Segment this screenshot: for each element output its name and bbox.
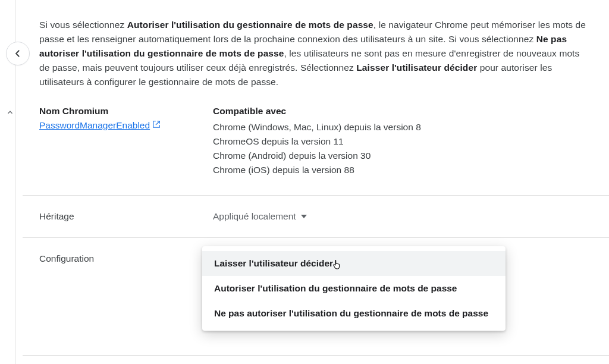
meta-row: Nom Chromium PasswordManagerEnabled Comp…: [23, 101, 609, 195]
inheritance-section: Héritage Appliqué localement: [23, 195, 609, 237]
chromium-name-label: Nom Chromium: [39, 106, 213, 117]
back-button[interactable]: [6, 42, 30, 65]
chevron-left-icon: [12, 48, 23, 59]
config-option-allow[interactable]: Autoriser l'utilisation du gestionnaire …: [202, 276, 506, 301]
inheritance-dropdown[interactable]: Appliqué localement: [213, 211, 307, 222]
compat-line: Chrome (iOS) depuis la version 88: [213, 163, 592, 177]
desc-text: Si vous sélectionnez: [39, 20, 127, 30]
chromium-name-link[interactable]: PasswordManagerEnabled: [39, 120, 161, 131]
configuration-label: Configuration: [39, 253, 213, 311]
config-option-label: Ne pas autoriser l'utilisation du gestio…: [214, 308, 488, 318]
config-option-label: Laisser l'utilisateur décider: [214, 258, 333, 268]
configuration-section: Configuration Laisser l'utilisateur déci…: [23, 237, 609, 327]
compat-line: ChromeOS depuis la version 11: [213, 134, 592, 149]
collapse-chevron-icon[interactable]: [5, 107, 15, 118]
caret-down-icon: [301, 215, 307, 218]
external-link-icon: [152, 120, 161, 131]
inheritance-label: Héritage: [39, 211, 213, 222]
bottom-divider: [23, 355, 609, 356]
inheritance-value: Appliqué localement: [213, 211, 296, 222]
config-option-disallow[interactable]: Ne pas autoriser l'utilisation du gestio…: [202, 301, 506, 326]
desc-bold-1: Autoriser l'utilisation du gestionnaire …: [127, 20, 373, 30]
configuration-dropdown-menu: Laisser l'utilisateur décider Autoriser …: [202, 246, 506, 331]
compat-line: Chrome (Windows, Mac, Linux) depuis la v…: [213, 120, 592, 134]
pointer-cursor-icon: [332, 259, 341, 270]
compat-label: Compatible avec: [213, 106, 592, 117]
content-pane: Si vous sélectionnez Autoriser l'utilisa…: [23, 0, 609, 364]
config-option-let-user-decide[interactable]: Laisser l'utilisateur décider: [202, 251, 506, 276]
chromium-name-text: PasswordManagerEnabled: [39, 120, 150, 131]
config-option-label: Autoriser l'utilisation du gestionnaire …: [214, 283, 457, 293]
desc-bold-3: Laisser l'utilisateur décider: [356, 62, 477, 73]
policy-description: Si vous sélectionnez Autoriser l'utilisa…: [23, 0, 609, 101]
compat-line: Chrome (Android) depuis la version 30: [213, 149, 592, 163]
